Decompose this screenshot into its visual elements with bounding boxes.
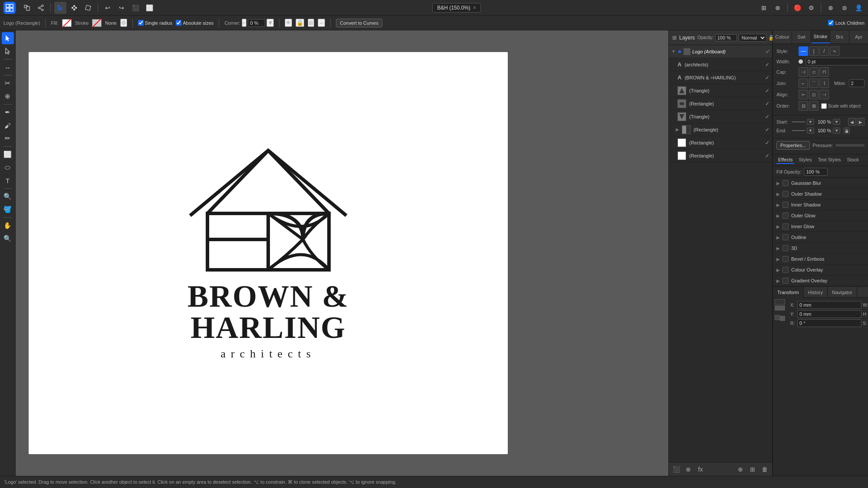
order-behind-btn[interactable]: ⊟ xyxy=(799,101,808,111)
effect-checkbox-bevel[interactable] xyxy=(783,256,789,262)
undo-btn[interactable]: ↩ xyxy=(102,2,114,14)
group-btn[interactable]: ⬜ xyxy=(143,2,155,14)
properties-btn[interactable]: Properties... xyxy=(776,141,810,150)
corner-dropdown-btn[interactable]: ▼ xyxy=(266,19,274,27)
tab-stroke[interactable]: Stroke xyxy=(811,30,830,43)
bottom-tab-transform[interactable]: Transform xyxy=(773,287,804,298)
zoom-btn[interactable]: ⊚ xyxy=(838,2,851,14)
user-btn[interactable]: 👤 xyxy=(852,2,865,14)
corner-input[interactable] xyxy=(248,19,265,27)
tab-brs[interactable]: Brs xyxy=(830,30,849,43)
join-round-btn[interactable]: ⌒ xyxy=(809,79,819,88)
blend-mode-select[interactable]: Normal Multiply Screen Overlay xyxy=(739,34,766,42)
effect-expand-inner-shadow[interactable]: ▶ xyxy=(776,203,780,207)
layer-item-rect2[interactable]: ▶ (Rectangle) ✓ xyxy=(669,123,772,136)
effect-outer-glow[interactable]: ▶ Outer Glow xyxy=(773,210,868,221)
canvas-area[interactable]: BROWN & HARLING architects xyxy=(16,30,668,476)
stroke-color-box[interactable] xyxy=(92,19,102,27)
layer-item-brown[interactable]: A (BROWN & ÷HARLING) ✓ xyxy=(669,71,772,84)
zoom-out-tool[interactable]: 🔍 xyxy=(2,233,14,245)
effect-inner-glow[interactable]: ▶ Inner Glow xyxy=(773,221,868,232)
effect-inner-shadow[interactable]: ▶ Inner Shadow xyxy=(773,200,868,210)
layer-item-triangle2[interactable]: (Triangle) ✓ xyxy=(669,110,772,123)
cap-round-btn[interactable]: ⊂ xyxy=(809,67,819,77)
align-btn[interactable]: ⊞ xyxy=(308,19,314,27)
shape-tool[interactable]: ⬜ xyxy=(2,148,14,160)
layer-item-triangle1[interactable]: (Triangle) ✓ xyxy=(669,84,772,97)
brush-tool[interactable]: 🖌 xyxy=(2,119,14,131)
fill-opacity-input[interactable] xyxy=(804,168,828,176)
layer-item-artboard[interactable]: ▼ Logo (Artboard) ✓ xyxy=(669,45,772,58)
stroke-outside-btn[interactable]: / xyxy=(819,46,829,56)
zoom-tool[interactable]: ⊕ xyxy=(2,90,14,102)
effect-gaussian-blur[interactable]: ▶ Gaussian Blur xyxy=(773,178,868,189)
effects-tab-stock[interactable]: Stock xyxy=(845,156,861,164)
effects-tab-styles[interactable]: Styles xyxy=(797,156,813,164)
effect-checkbox-outer-shadow[interactable] xyxy=(783,191,789,197)
effect-expand-blur[interactable]: ▶ xyxy=(776,181,780,186)
visibility-btn[interactable]: 👁 xyxy=(285,19,292,27)
colour-picker-btn[interactable]: 🔴 xyxy=(791,2,803,14)
effect-outer-shadow[interactable]: ▶ Outer Shadow xyxy=(773,189,868,200)
color-preview-small-1[interactable] xyxy=(775,315,780,320)
effect-expand-outer-glow[interactable]: ▶ xyxy=(776,213,780,218)
tab-colour[interactable]: Colour xyxy=(773,30,792,43)
subselect-tool[interactable] xyxy=(2,45,14,57)
arrange-btn[interactable]: ⬛ xyxy=(129,2,141,14)
effect-bevel[interactable]: ▶ Bevel / Emboss xyxy=(773,254,868,265)
view-btn[interactable]: ⊕ xyxy=(825,2,837,14)
effect-checkbox-outline[interactable] xyxy=(783,234,789,240)
layer-rect2-collapse[interactable]: ▶ xyxy=(676,127,679,132)
eyedropper-tool[interactable]: 🔍 xyxy=(2,190,14,203)
layer-item-architects[interactable]: A (architects) ✓ xyxy=(669,58,772,71)
layer-add-pixel-btn[interactable]: ⬛ xyxy=(671,465,681,474)
lock-btn[interactable]: 🔒 xyxy=(296,19,304,27)
bottom-tab-history[interactable]: History xyxy=(804,287,828,298)
cap-square-btn[interactable]: ⊓ xyxy=(819,67,829,77)
effects-tab-effects[interactable]: Effects xyxy=(776,156,794,164)
corner-type-btn[interactable]: ⌐ xyxy=(242,19,247,27)
stroke-none-btn[interactable]: — xyxy=(799,46,808,56)
effect-checkbox-gradient-overlay[interactable] xyxy=(783,278,789,284)
node-tool-btn[interactable] xyxy=(68,2,80,14)
layer-item-rect4[interactable]: (Rectangle) ✓ xyxy=(669,149,772,162)
align-right-btn[interactable]: ⊣ xyxy=(819,90,829,99)
absolute-sizes-checkbox[interactable]: Absolute sizes xyxy=(176,20,214,26)
effect-checkbox-inner-glow[interactable] xyxy=(783,223,789,229)
close-doc-btn[interactable]: × xyxy=(473,5,476,11)
ellipse-tool[interactable]: ⬭ xyxy=(2,161,14,174)
effect-3d[interactable]: ▶ 3D xyxy=(773,243,868,254)
hand-tool[interactable]: ✋ xyxy=(2,219,14,232)
fill-color-box[interactable] xyxy=(62,19,72,27)
share-btn[interactable] xyxy=(35,2,47,14)
effect-outline[interactable]: ▶ Outline xyxy=(773,232,868,243)
crop-tool[interactable]: ✂ xyxy=(2,77,14,89)
scale-with-object-label[interactable]: Scale with object xyxy=(821,103,861,109)
effect-checkbox-inner-shadow[interactable] xyxy=(783,202,789,208)
layer-collapse-icon[interactable]: ▼ xyxy=(671,49,676,54)
end-lock-btn[interactable] xyxy=(844,128,850,134)
y-input[interactable] xyxy=(797,310,861,318)
join-bevel-btn[interactable]: ⌇ xyxy=(819,79,829,88)
start-dropdown-btn[interactable]: ▼ xyxy=(807,119,814,125)
artboard[interactable]: BROWN & HARLING architects xyxy=(29,52,508,454)
text-tool[interactable]: T xyxy=(2,174,14,187)
effect-expand-bevel[interactable]: ▶ xyxy=(776,257,780,262)
effects-tab-textstyles[interactable]: Text Styles xyxy=(816,156,842,164)
snap-btn[interactable]: ⊗ xyxy=(772,2,784,14)
layer-add-fx-btn[interactable]: fx xyxy=(696,465,705,474)
color-preview-small-2[interactable] xyxy=(780,316,785,321)
effect-checkbox-colour-overlay[interactable] xyxy=(783,267,789,273)
layer-group-btn[interactable]: ⊞ xyxy=(748,465,757,474)
convert-to-curves-btn[interactable]: Convert to Curves xyxy=(336,19,382,27)
layer-item-rect3[interactable]: (Rectangle) ✓ xyxy=(669,136,772,149)
width-input[interactable] xyxy=(806,58,868,66)
single-radius-checkbox[interactable]: Single radius xyxy=(138,20,173,26)
effect-checkbox-3d[interactable] xyxy=(783,245,789,251)
stroke-custom-btn[interactable]: ≈ xyxy=(830,46,839,56)
redo-btn[interactable]: ↪ xyxy=(115,2,128,14)
fill-tool[interactable]: 🪣 xyxy=(2,203,14,216)
start-arrow-right[interactable]: ▶ xyxy=(857,118,865,126)
file-menu-btn[interactable] xyxy=(21,2,33,14)
pencil-tool[interactable]: ✏ xyxy=(2,132,14,144)
